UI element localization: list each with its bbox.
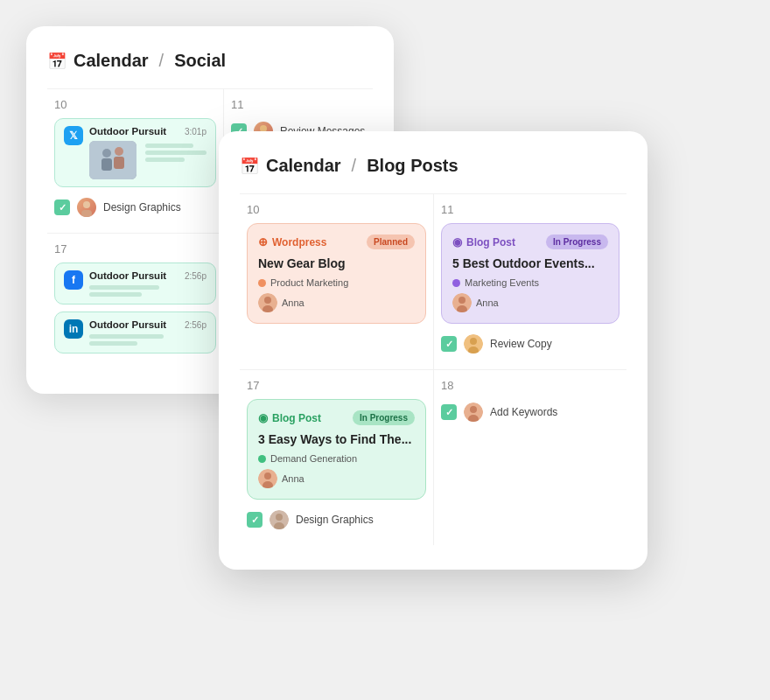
wordpress-type: ⊕ Wordpress [258,235,326,248]
easy-ways-title: 3 Easy Ways to Find The... [258,432,415,446]
day-11-number: 11 [231,98,366,111]
review-copy-label: Review Copy [490,338,552,350]
anna-avatar-row-2: Anna [452,293,608,312]
anna-avatar-2 [452,293,472,312]
review-copy-task[interactable]: ✓ Review Copy [441,331,620,357]
day-10-cell: 10 𝕏 Outdoor Pursuit 3:01p [47,88,223,233]
fb-post-time: 2:56p [185,271,206,281]
twitter-post-title: Outdoor Pursuit [89,126,166,136]
calendar-icon: 📅 [47,52,66,71]
blog-post-easy-ways-card[interactable]: ◉ Blog Post In Progress 3 Easy Ways to F… [247,399,426,500]
task-checkbox[interactable]: ✓ [54,200,70,215]
svg-rect-4 [114,157,124,169]
anna-avatar-1 [258,293,277,312]
checkmark-icon-dg: ✓ [251,514,259,526]
avatar-keywords [464,402,483,422]
anna-avatar-row-3: Anna [258,469,415,488]
svg-point-22 [276,514,283,521]
add-keywords-checkbox[interactable]: ✓ [441,404,457,420]
blog-day-11-number: 11 [441,203,620,216]
svg-point-5 [83,201,90,208]
anna-label-3: Anna [282,473,304,484]
blog-post-green-type-label: Blog Post [272,412,321,424]
blog-day-10-number: 10 [247,203,426,216]
wordpress-icon: ⊕ [258,235,268,248]
blog-purple-type: ◉ Blog Post [452,235,515,248]
blog-day-17-cell: 17 ◉ Blog Post In Progress 3 Easy Ways t… [240,369,433,545]
linkedin-outdoor-card[interactable]: in Outdoor Pursuit 2:56p [54,312,216,354]
blog-calendar-card: 📅 Calendar / Blog Posts 10 ⊕ Wordpress P… [219,131,648,570]
fb-post-header: Outdoor Pursuit 2:56p [89,270,206,281]
product-marketing-tag: Product Marketing [258,277,415,288]
section-label: Social [174,51,226,71]
wordpress-type-label: Wordpress [272,236,326,248]
marketing-events-label: Marketing Events [465,277,539,288]
blog-calendar-label: Calendar [266,156,341,176]
anna-avatar-row-1: Anna [258,293,415,312]
design-graphics-label: Design Graphics [103,201,181,214]
svg-rect-6 [81,210,92,217]
design-graphics-task[interactable]: ✓ Design Graphics [54,194,216,220]
rss-icon-purple: ◉ [452,235,462,248]
li-post-title: Outdoor Pursuit [89,319,166,330]
blog-green-type: ◉ Blog Post [258,411,321,424]
purple-dot [452,279,460,287]
blog-purple-header: ◉ Blog Post In Progress [452,234,608,249]
day-10-number: 10 [54,98,216,111]
blog-post-type-label: Blog Post [466,236,515,248]
anna-label-2: Anna [476,298,499,308]
blog-green-header: ◉ Blog Post In Progress [258,410,415,425]
blog-day-18-number: 18 [441,379,620,392]
wordpress-card-header: ⊕ Wordpress Planned [258,234,415,249]
twitter-post-content: Outdoor Pursuit 3:01p [89,126,206,179]
blog-day-11-cell: 11 ◉ Blog Post In Progress 5 Best Outdoo… [433,193,626,369]
in-progress-badge-green: In Progress [353,410,415,425]
linkedin-icon: in [64,319,83,339]
blog-grid: 10 ⊕ Wordpress Planned New Gear Blog Pro… [240,193,626,545]
add-keywords-label: Add Keywords [490,406,557,418]
wordpress-new-gear-card[interactable]: ⊕ Wordpress Planned New Gear Blog Produc… [247,223,426,324]
fb-post-lines [89,285,206,297]
blog-post-outdoor-events-card[interactable]: ◉ Blog Post In Progress 5 Best Outdoor E… [441,223,620,324]
post-lines [145,144,206,162]
facebook-icon: f [64,270,83,290]
twitter-outdoor-pursuit-card[interactable]: 𝕏 Outdoor Pursuit 3:01p [54,118,216,187]
linkedin-post-content: Outdoor Pursuit 2:56p [89,319,206,346]
marketing-events-tag: Marketing Events [452,277,608,288]
svg-rect-2 [102,158,112,171]
avatar-review-copy [464,334,483,354]
new-gear-blog-title: New Gear Blog [258,256,415,270]
blog-design-checkbox[interactable]: ✓ [247,512,262,528]
svg-point-13 [458,297,466,304]
svg-point-16 [470,338,477,345]
fb-post-title: Outdoor Pursuit [89,270,166,281]
svg-point-19 [264,472,271,480]
twitter-icon: 𝕏 [64,126,83,145]
blog-design-label: Design Graphics [296,514,374,526]
svg-rect-0 [89,141,136,179]
in-progress-badge-purple: In Progress [546,234,608,249]
li-post-header: Outdoor Pursuit 2:56p [89,319,206,330]
twitter-post-header: Outdoor Pursuit 3:01p [89,126,206,136]
add-keywords-task[interactable]: ✓ Add Keywords [441,399,620,425]
blog-day-10-cell: 10 ⊕ Wordpress Planned New Gear Blog Pro… [240,193,433,369]
avatar-design [77,198,96,217]
blog-day-18-cell: 18 ✓ Add Keywords [433,369,626,545]
social-card-title: 📅 Calendar / Social [47,51,373,71]
blog-section-label: Blog Posts [367,156,458,176]
li-post-time: 2:56p [185,320,206,330]
post-image [89,141,136,179]
svg-point-25 [470,406,477,413]
product-marketing-label: Product Marketing [270,277,348,288]
demand-generation-label: Demand Generation [270,453,357,464]
review-copy-checkbox[interactable]: ✓ [441,336,457,352]
facebook-outdoor-card[interactable]: f Outdoor Pursuit 2:56p [54,262,216,304]
calendar-label: Calendar [74,51,149,71]
blog-design-graphics-task[interactable]: ✓ Design Graphics [247,507,426,533]
svg-point-3 [115,147,123,156]
checkmark-icon: ✓ [59,202,66,214]
calendar-icon-blog: 📅 [240,157,259,176]
twitter-post-time: 3:01p [185,127,206,136]
svg-point-1 [102,149,111,158]
anna-label-1: Anna [282,298,304,308]
